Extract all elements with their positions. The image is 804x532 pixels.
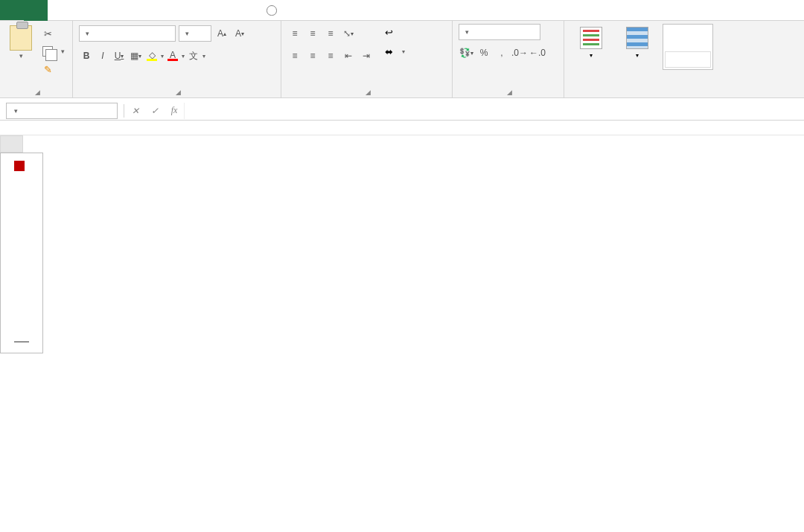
tab-page-layout[interactable]: [68, 0, 89, 20]
number-launcher-icon[interactable]: ◢: [507, 89, 512, 96]
group-styles: ▾ ▾: [564, 21, 719, 97]
align-left-button[interactable]: ≡: [287, 48, 302, 64]
tab-developer[interactable]: [173, 0, 194, 20]
align-launcher-icon[interactable]: ◢: [366, 89, 371, 96]
align-center-button[interactable]: ≡: [305, 48, 320, 64]
wrap-icon: ↩: [383, 26, 395, 38]
name-box[interactable]: [6, 103, 118, 119]
chart-title-marker-icon: [14, 161, 25, 171]
pinyin-button[interactable]: 文: [186, 48, 201, 64]
wrap-text-button[interactable]: ↩: [381, 24, 406, 40]
tab-view[interactable]: [152, 0, 173, 20]
align-top-button[interactable]: ≡: [287, 25, 302, 42]
table-format-button[interactable]: ▾: [616, 24, 658, 61]
border-button[interactable]: ▦▾: [128, 48, 143, 64]
decrease-font-button[interactable]: A▾: [232, 25, 247, 42]
select-all-corner[interactable]: [1, 136, 23, 153]
tab-file[interactable]: [0, 0, 24, 20]
copy-button[interactable]: ▾: [40, 43, 66, 60]
table-format-icon: [626, 27, 648, 49]
inc-decimal-button[interactable]: .0→: [512, 45, 527, 61]
group-alignment: ≡ ≡ ≡ ⤡▾ ≡ ≡ ≡ ⇤ ⇥ ↩ ⬌▾ ◢: [281, 21, 453, 97]
paste-icon: [10, 25, 32, 51]
fill-color-button[interactable]: ◇: [144, 48, 159, 64]
tab-datamap[interactable]: [214, 0, 235, 20]
comma-button[interactable]: ,: [494, 45, 509, 61]
clipboard-launcher-icon[interactable]: ◢: [35, 89, 40, 96]
percent-button[interactable]: %: [476, 45, 491, 61]
chart-object[interactable]: [0, 153, 43, 353]
group-font: A▴ A▾ B I U▾ ▦▾ ◇▾ A▾ 文▾ ◢: [73, 21, 281, 97]
group-number: 💱▾ % , .0→ ←.0 ◢: [453, 21, 564, 97]
tab-help[interactable]: [194, 0, 214, 20]
tab-start[interactable]: [24, 0, 48, 21]
paste-button[interactable]: ▾: [6, 24, 36, 60]
ribbon-tabs: [0, 0, 804, 21]
font-color-button[interactable]: A: [165, 48, 180, 64]
enter-formula-button[interactable]: ✓: [145, 103, 165, 119]
italic-button[interactable]: I: [95, 48, 110, 64]
indent-increase-button[interactable]: ⇥: [359, 48, 374, 64]
indent-decrease-button[interactable]: ⇤: [341, 48, 356, 64]
dec-decimal-button[interactable]: ←.0: [530, 45, 545, 61]
conditional-format-icon: [580, 27, 602, 49]
underline-button[interactable]: U▾: [112, 48, 127, 64]
align-right-button[interactable]: ≡: [323, 48, 338, 64]
group-clipboard: ▾ ▾ ◢: [0, 21, 73, 97]
font-size-combo[interactable]: [179, 25, 211, 42]
brush-icon: [42, 63, 54, 75]
font-launcher-icon[interactable]: ◢: [176, 89, 181, 96]
formula-input[interactable]: [184, 103, 804, 119]
chart-title: [14, 161, 29, 171]
sheet-grid[interactable]: [0, 135, 804, 153]
align-bottom-button[interactable]: ≡: [323, 25, 338, 42]
cell-styles-gallery[interactable]: [663, 24, 713, 70]
format-painter-button[interactable]: [40, 61, 66, 77]
increase-font-button[interactable]: A▴: [214, 25, 229, 42]
fx-button[interactable]: fx: [165, 103, 184, 119]
font-name-combo[interactable]: [79, 25, 176, 42]
tab-review[interactable]: [131, 0, 152, 20]
tab-tellme[interactable]: [256, 0, 290, 20]
bulb-icon: [267, 5, 277, 16]
conditional-format-button[interactable]: ▾: [570, 24, 612, 61]
tab-powerpivot[interactable]: [235, 0, 256, 20]
number-format-combo[interactable]: [459, 24, 540, 40]
tab-insert[interactable]: [48, 0, 68, 20]
cancel-formula-button[interactable]: ✕: [126, 103, 145, 119]
cut-button[interactable]: [40, 25, 66, 42]
merge-icon: ⬌: [383, 45, 395, 57]
orientation-button[interactable]: ⤡▾: [341, 25, 356, 42]
bucket-icon: ◇: [149, 51, 156, 59]
tab-data[interactable]: [110, 0, 131, 20]
copy-icon: [42, 46, 53, 57]
scissors-icon: [42, 28, 54, 39]
tab-formulas[interactable]: [89, 0, 110, 20]
chart-plot-area: [14, 179, 29, 342]
bold-button[interactable]: B: [79, 48, 94, 64]
ribbon: ▾ ▾ ◢ A▴ A▾ B I U▾ ▦▾ ◇▾: [0, 21, 804, 98]
formula-bar: ✕ ✓ fx: [0, 98, 804, 121]
merge-center-button[interactable]: ⬌▾: [381, 43, 406, 60]
currency-button[interactable]: 💱▾: [459, 45, 473, 61]
align-middle-button[interactable]: ≡: [305, 25, 320, 42]
